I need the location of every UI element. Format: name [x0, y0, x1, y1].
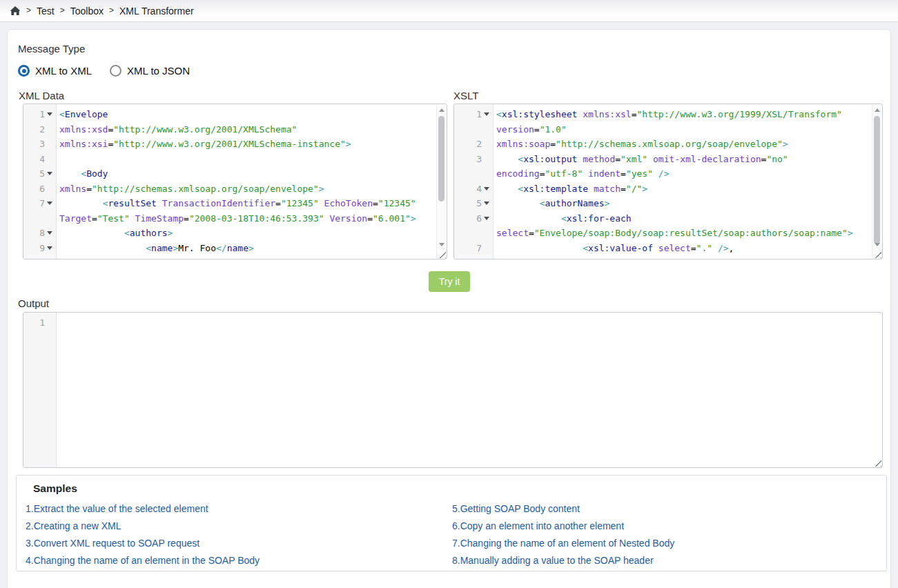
sample-link[interactable]: 7.Changing the name of an element of Nes… [452, 535, 674, 552]
breadcrumb: > Test > Toolbox > XML Transformer [10, 0, 194, 21]
scroll-down-icon[interactable] [437, 240, 445, 249]
code-line[interactable]: xmlns:soap="http://schemas.xmlsoap.org/s… [493, 137, 882, 152]
fold-spacer [482, 243, 491, 253]
line-number: 2 [454, 137, 493, 152]
editor-row: 4 [23, 152, 447, 167]
sample-link[interactable]: 2.Creating a new XML [26, 518, 260, 535]
editor-row: encoding="utf-8" indent="yes" /> [454, 166, 882, 182]
line-number: 2 [23, 122, 56, 137]
editor-row: 3 <xsl:output method="xml" omit-xml-decl… [454, 152, 882, 167]
breadcrumb-separator: > [109, 6, 114, 15]
fold-spacer [45, 124, 55, 134]
message-type-radio-group: XML to XML XML to JSON [18, 65, 190, 77]
code-line[interactable]: <name>Mr. Foo</name> [56, 241, 447, 256]
line-number [454, 122, 493, 137]
scrollbar-thumb[interactable] [874, 116, 880, 244]
line-number: 5 [23, 166, 56, 182]
fold-toggle-icon[interactable] [45, 169, 55, 179]
radio-unselected-icon[interactable] [110, 65, 121, 77]
radio-selected-icon[interactable] [18, 65, 30, 77]
line-number [23, 211, 56, 226]
xslt-label: XSLT [453, 90, 478, 101]
fold-spacer [482, 139, 491, 149]
code-line[interactable]: encoding="utf-8" indent="yes" /> [493, 166, 882, 182]
vertical-scrollbar[interactable] [436, 105, 446, 258]
message-type-label: Message Type [18, 43, 85, 55]
radio-option-xml-to-xml[interactable]: XML to XML [18, 65, 92, 77]
sample-link[interactable]: 3.Convert XML request to SOAP request [26, 535, 260, 552]
code-line[interactable]: Target="Test" TimeStamp="2008-03-18T10:4… [56, 211, 447, 226]
sample-link[interactable]: 5.Getting SOAP Body content [452, 500, 674, 518]
fold-spacer [482, 169, 491, 179]
line-number [454, 226, 493, 241]
code-line[interactable]: <xsl:output method="xml" omit-xml-declar… [493, 152, 882, 167]
editor-row: 7 <resultSet TransactionIdentifier="1234… [23, 196, 447, 211]
line-number: 7 [23, 196, 56, 211]
fold-toggle-icon[interactable] [482, 110, 491, 119]
code-line[interactable] [56, 152, 447, 167]
fold-toggle-icon[interactable] [45, 199, 55, 208]
code-line[interactable]: <authorNames> [493, 196, 882, 211]
line-number: 1 [454, 107, 493, 122]
vertical-scrollbar[interactable] [872, 105, 881, 258]
code-line[interactable]: xmlns:xsd="http://www.w3.org/2001/XMLSch… [56, 122, 447, 137]
code-line[interactable]: <xsl:for-each [493, 211, 882, 226]
line-number: 1 [23, 315, 56, 331]
scroll-up-icon[interactable] [437, 106, 445, 115]
code-line[interactable]: <Envelope [56, 107, 447, 122]
code-line[interactable]: xmlns:xsi="http://www.w3.org/2001/XMLSch… [56, 137, 447, 152]
line-number: 1 [23, 107, 56, 122]
sample-link[interactable]: 6.Copy an element into another element [452, 518, 674, 535]
line-number: 6 [454, 211, 493, 226]
try-it-button[interactable]: Try it [429, 271, 470, 292]
editor-row: 4 <xsl:template match="/"> [454, 182, 882, 197]
breadcrumb-item-test[interactable]: Test [37, 6, 55, 17]
code-line[interactable]: <xsl:value-of select="." />, [493, 241, 882, 256]
fold-toggle-icon[interactable] [45, 243, 55, 253]
code-line[interactable]: <xsl:stylesheet xmlns:xsl="http://www.w3… [493, 107, 882, 122]
line-number: 5 [454, 196, 493, 211]
radio-label: XML to JSON [127, 65, 190, 77]
fold-toggle-icon[interactable] [45, 110, 55, 119]
code-line[interactable]: <resultSet TransactionIdentifier="12345"… [56, 196, 447, 211]
fold-spacer [45, 213, 55, 223]
editor-row: 2xmlns:soap="http://schemas.xmlsoap.org/… [454, 137, 882, 152]
samples-column-left: 1.Extract the value of the selected elem… [26, 500, 260, 569]
radio-option-xml-to-json[interactable]: XML to JSON [110, 65, 190, 77]
output-editor[interactable]: 1 [23, 312, 883, 468]
code-line[interactable]: version="1.0" [493, 122, 882, 137]
fold-toggle-icon[interactable] [45, 228, 55, 238]
line-number: 3 [454, 152, 493, 167]
line-number-gutter [23, 313, 57, 467]
xml-data-editor[interactable]: 1<Envelope2xmlns:xsd="http://www.w3.org/… [23, 104, 447, 259]
samples-column-right: 5.Getting SOAP Body content6.Copy an ele… [452, 500, 674, 569]
fold-spacer [482, 124, 491, 134]
scroll-up-icon[interactable] [872, 106, 881, 115]
samples-panel: Samples 1.Extract the value of the selec… [16, 475, 887, 571]
home-icon[interactable] [10, 6, 21, 16]
scroll-down-icon[interactable] [872, 240, 881, 249]
editor-row: 7 <xsl:value-of select="." />, [454, 241, 882, 256]
fold-toggle-icon[interactable] [482, 213, 491, 223]
code-line[interactable]: xmlns="http://schemas.xmlsoap.org/soap/e… [56, 182, 447, 197]
home-icon-svg [10, 6, 21, 16]
code-line[interactable] [56, 315, 882, 331]
code-line[interactable]: <Body [56, 166, 447, 182]
editor-row: 3xmlns:xsi="http://www.w3.org/2001/XMLSc… [23, 137, 447, 152]
xslt-editor[interactable]: 1<xsl:stylesheet xmlns:xsl="http://www.w… [453, 104, 883, 259]
resize-grip-icon[interactable] [872, 458, 881, 467]
code-line[interactable]: <authors> [56, 226, 447, 241]
line-number: 8 [23, 226, 56, 241]
scrollbar-thumb[interactable] [438, 116, 445, 202]
sample-link[interactable]: 1.Extract the value of the selected elem… [26, 500, 260, 518]
fold-toggle-icon[interactable] [482, 199, 491, 208]
sample-link[interactable]: 4.Changing the name of an element in the… [26, 552, 260, 569]
line-number: 6 [23, 182, 56, 197]
sample-link[interactable]: 8.Manually adding a value to the SOAP he… [452, 552, 674, 569]
editor-row: select="Envelope/soap:Body/soap:resultSe… [454, 226, 882, 241]
editor-row: 1<xsl:stylesheet xmlns:xsl="http://www.w… [454, 107, 882, 122]
breadcrumb-item-toolbox[interactable]: Toolbox [70, 6, 104, 17]
code-line[interactable]: <xsl:template match="/"> [493, 182, 882, 197]
code-line[interactable]: select="Envelope/soap:Body/soap:resultSe… [493, 226, 882, 241]
fold-toggle-icon[interactable] [482, 184, 491, 193]
